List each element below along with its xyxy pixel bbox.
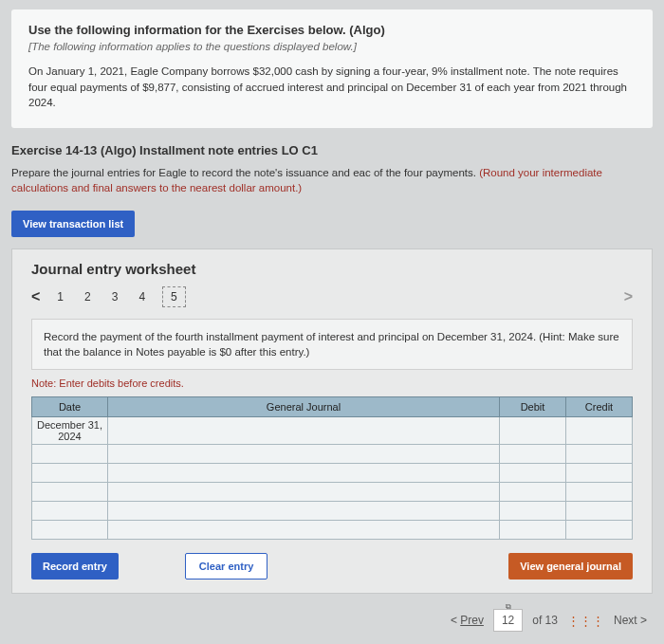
account-cell[interactable] bbox=[108, 464, 500, 483]
credit-cell[interactable] bbox=[566, 483, 633, 502]
col-debit-header: Debit bbox=[500, 397, 566, 417]
table-row bbox=[32, 445, 633, 464]
tab-3[interactable]: 3 bbox=[108, 288, 122, 305]
debit-cell[interactable] bbox=[500, 464, 566, 483]
prev-label: Prev bbox=[460, 614, 484, 627]
view-transaction-list-button[interactable]: View transaction list bbox=[11, 211, 135, 237]
debit-cell[interactable] bbox=[500, 445, 566, 464]
table-row bbox=[32, 483, 633, 502]
date-cell[interactable] bbox=[32, 521, 108, 540]
prev-button[interactable]: < Prev bbox=[451, 614, 484, 627]
debit-cell[interactable] bbox=[500, 502, 566, 521]
tab-5[interactable]: 5 bbox=[162, 286, 186, 307]
info-subtitle: [The following information applies to th… bbox=[28, 41, 636, 52]
col-general-journal-header: General Journal bbox=[108, 397, 500, 417]
next-label: Next bbox=[614, 614, 637, 627]
pagination-footer: < Prev ⧉ 12 of 13 ⋮⋮⋮ Next > bbox=[0, 601, 664, 632]
exercise-heading: Exercise 14-13 (Algo) Installment note e… bbox=[0, 128, 664, 165]
grid-icon[interactable]: ⋮⋮⋮ bbox=[567, 614, 604, 628]
info-title: Use the following information for the Ex… bbox=[28, 23, 636, 37]
tab-2[interactable]: 2 bbox=[81, 288, 95, 305]
page-current: 12 bbox=[502, 614, 514, 627]
account-cell[interactable] bbox=[108, 521, 500, 540]
debit-cell[interactable] bbox=[500, 417, 566, 445]
credit-cell[interactable] bbox=[566, 502, 633, 521]
chevron-right-icon[interactable]: > bbox=[624, 288, 633, 305]
table-row: December 31, 2024 bbox=[32, 417, 633, 445]
record-entry-button[interactable]: Record entry bbox=[31, 553, 119, 580]
page-indicator: ⧉ 12 bbox=[493, 609, 523, 632]
question-text: Prepare the journal entries for Eagle to… bbox=[0, 165, 664, 207]
journal-entry-table: Date General Journal Debit Credit Decemb… bbox=[31, 396, 633, 540]
date-cell[interactable] bbox=[32, 502, 108, 521]
next-button[interactable]: Next > bbox=[614, 614, 647, 627]
credit-cell[interactable] bbox=[566, 417, 633, 445]
view-general-journal-button[interactable]: View general journal bbox=[508, 553, 633, 580]
debits-before-credits-note: Note: Enter debits before credits. bbox=[31, 377, 633, 389]
account-cell[interactable] bbox=[108, 445, 500, 464]
entry-instruction: Record the payment of the fourth install… bbox=[31, 319, 633, 370]
table-row bbox=[32, 464, 633, 483]
date-cell[interactable] bbox=[32, 483, 108, 502]
col-credit-header: Credit bbox=[566, 397, 633, 417]
table-row bbox=[32, 521, 633, 540]
account-cell[interactable] bbox=[108, 502, 500, 521]
account-cell[interactable] bbox=[108, 417, 500, 445]
chevron-left-icon[interactable]: < bbox=[31, 288, 40, 305]
info-body: On January 1, 2021, Eagle Company borrow… bbox=[28, 64, 636, 111]
question-lead: Prepare the journal entries for Eagle to… bbox=[11, 167, 479, 178]
date-cell[interactable]: December 31, 2024 bbox=[32, 417, 108, 445]
worksheet-title: Journal entry worksheet bbox=[31, 261, 633, 277]
worksheet-tabs: < 1 2 3 4 5 > bbox=[31, 286, 633, 307]
credit-cell[interactable] bbox=[566, 464, 633, 483]
table-row bbox=[32, 502, 633, 521]
credit-cell[interactable] bbox=[566, 521, 633, 540]
journal-entry-worksheet: Journal entry worksheet < 1 2 3 4 5 > Re… bbox=[11, 248, 653, 594]
link-icon: ⧉ bbox=[506, 602, 511, 612]
worksheet-button-row: Record entry Clear entry View general jo… bbox=[31, 553, 633, 580]
debit-cell[interactable] bbox=[500, 521, 566, 540]
info-box: Use the following information for the Ex… bbox=[11, 9, 653, 128]
clear-entry-button[interactable]: Clear entry bbox=[185, 553, 267, 580]
date-cell[interactable] bbox=[32, 445, 108, 464]
tab-4[interactable]: 4 bbox=[135, 288, 149, 305]
page-total: of 13 bbox=[532, 614, 558, 627]
date-cell[interactable] bbox=[32, 464, 108, 483]
account-cell[interactable] bbox=[108, 483, 500, 502]
tab-1[interactable]: 1 bbox=[53, 288, 67, 305]
col-date-header: Date bbox=[32, 397, 108, 417]
debit-cell[interactable] bbox=[500, 483, 566, 502]
credit-cell[interactable] bbox=[566, 445, 633, 464]
